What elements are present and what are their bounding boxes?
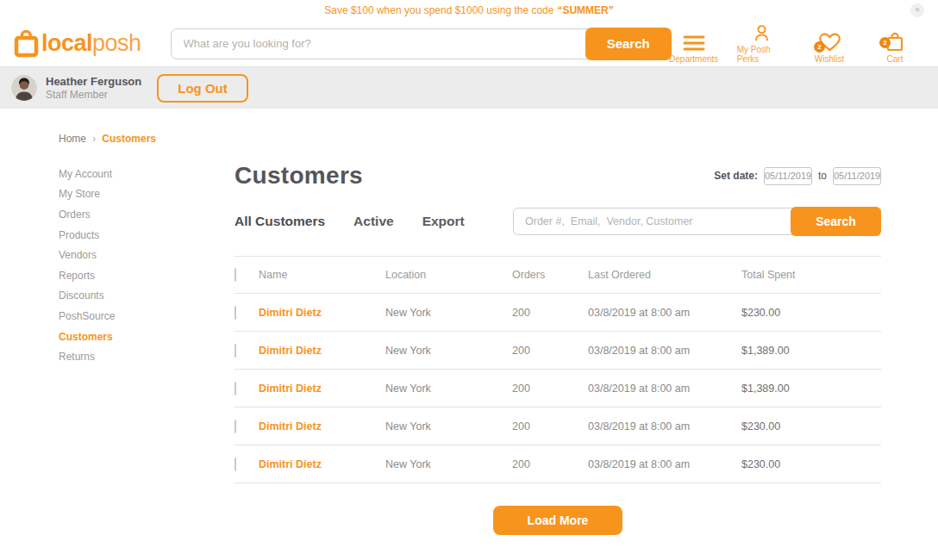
table-row: Dimitri Dietz New York 200 03/8/2019 at … [234, 294, 881, 332]
row-checkbox[interactable] [234, 420, 236, 433]
avatar [11, 75, 37, 101]
breadcrumb-current: Customers [102, 133, 156, 145]
banner-close-icon[interactable]: ✕ [910, 3, 924, 17]
customer-orders: 200 [512, 307, 588, 319]
customer-orders: 200 [512, 458, 588, 470]
person-icon [753, 24, 771, 42]
sidebar-item-my-account[interactable]: My Account [59, 164, 234, 184]
sidebar-item-products[interactable]: Products [59, 225, 234, 246]
tab-active[interactable]: Active [353, 214, 394, 229]
user-info: Heather Ferguson Staff Member [46, 75, 141, 101]
customer-location: New York [385, 458, 512, 470]
customer-last-ordered: 03/8/2019 at 8:00 am [588, 383, 741, 395]
main-panel: Customers Set date: to All Customers Act… [234, 155, 881, 535]
customer-last-ordered: 03/8/2019 at 8:00 am [588, 345, 741, 357]
col-header-orders: Orders [512, 269, 588, 281]
row-checkbox[interactable] [234, 344, 236, 358]
tab-all-customers[interactable]: All Customers [234, 214, 325, 229]
table-row: Dimitri Dietz New York 200 03/8/2019 at … [234, 332, 881, 370]
customer-total-spent: $230.00 [741, 420, 881, 432]
customer-tabs: All Customers Active Export [234, 214, 465, 229]
select-all-checkbox[interactable] [234, 268, 236, 282]
nav-my-posh-perks-label: My Posh Perks [737, 45, 786, 64]
user-name: Heather Ferguson [46, 75, 141, 88]
row-checkbox[interactable] [234, 382, 236, 395]
row-checkbox[interactable] [234, 457, 236, 471]
user-role: Staff Member [46, 89, 141, 101]
nav-departments[interactable]: Departments [672, 34, 716, 64]
table-row: Dimitri Dietz New York 200 03/8/2019 at … [234, 445, 881, 483]
sidebar-item-reports[interactable]: Reports [59, 265, 234, 286]
header-search: Search [171, 28, 672, 60]
promo-banner-text: Save $100 when you spend $1000 using the… [324, 4, 553, 16]
page-title: Customers [234, 162, 363, 190]
header-search-button[interactable]: Search [585, 28, 672, 60]
customer-location: New York [385, 420, 512, 432]
date-to-input[interactable] [833, 167, 881, 185]
header-search-input[interactable] [171, 28, 592, 59]
logout-button[interactable]: Log Out [157, 74, 247, 103]
nav-departments-label: Departments [669, 54, 718, 64]
customer-search-button[interactable]: Search [791, 207, 881, 236]
sidebar-item-returns[interactable]: Returns [59, 346, 234, 367]
customer-location: New York [385, 307, 512, 319]
customer-name-link[interactable]: Dimitri Dietz [259, 420, 385, 432]
header: localposh Search Departments [0, 21, 938, 67]
logo-text-light: posh [92, 30, 141, 56]
customer-last-ordered: 03/8/2019 at 8:00 am [588, 458, 741, 470]
sidebar: My Account My Store Orders Products Vend… [59, 155, 234, 535]
customer-location: New York [385, 383, 512, 395]
nav-my-posh-perks[interactable]: My Posh Perks [737, 24, 786, 64]
menu-icon [683, 34, 705, 52]
nav-wishlist-label: Wishlist [815, 54, 844, 64]
sidebar-item-discounts[interactable]: Discounts [59, 286, 234, 307]
customer-last-ordered: 03/8/2019 at 8:00 am [588, 307, 741, 319]
logo-text-bold: local [41, 30, 92, 56]
sidebar-item-vendors[interactable]: Vendors [59, 245, 234, 265]
customer-name-link[interactable]: Dimitri Dietz [259, 307, 385, 319]
col-header-location: Location [385, 269, 512, 281]
date-from-input[interactable] [764, 167, 812, 185]
customers-table: Name Location Orders Last Ordered Total … [234, 256, 881, 483]
chevron-right-icon: › [92, 132, 96, 145]
customer-search: Search [513, 207, 881, 236]
row-checkbox[interactable] [234, 306, 236, 320]
table-header-row: Name Location Orders Last Ordered Total … [234, 256, 881, 294]
shopping-bag-logo-icon [14, 29, 39, 58]
customer-total-spent: $1,389.00 [741, 383, 881, 395]
table-row: Dimitri Dietz New York 200 03/8/2019 at … [234, 370, 881, 408]
cart-badge: 2 [879, 37, 891, 48]
customer-location: New York [385, 345, 512, 357]
sidebar-item-customers[interactable]: Customers [59, 327, 234, 347]
wishlist-badge: 2 [814, 41, 825, 53]
customer-name-link[interactable]: Dimitri Dietz [259, 383, 385, 395]
customer-orders: 200 [512, 420, 588, 432]
promo-code: “SUMMER” [557, 4, 613, 16]
customer-search-input[interactable] [513, 208, 796, 235]
sidebar-item-poshsource[interactable]: PoshSource [59, 306, 234, 327]
user-bar: Heather Ferguson Staff Member Log Out [0, 67, 938, 109]
customer-total-spent: $230.00 [741, 307, 881, 319]
customer-last-ordered: 03/8/2019 at 8:00 am [588, 420, 741, 432]
customer-name-link[interactable]: Dimitri Dietz [259, 458, 385, 470]
logo[interactable]: localposh [14, 29, 141, 58]
table-row: Dimitri Dietz New York 200 03/8/2019 at … [234, 408, 881, 445]
sidebar-item-my-store[interactable]: My Store [59, 184, 234, 205]
content: Home › Customers My Account My Store Ord… [0, 109, 938, 535]
tab-export[interactable]: Export [422, 214, 465, 229]
sidebar-item-orders[interactable]: Orders [59, 204, 234, 225]
customer-total-spent: $1,389.00 [741, 345, 881, 357]
nav-cart[interactable]: 2 Cart [872, 32, 917, 64]
load-more-button[interactable]: Load More [493, 506, 623, 535]
customer-orders: 200 [512, 345, 588, 357]
header-nav: Departments My Posh Perks 2 Wishlist [672, 24, 924, 64]
breadcrumb-home-link[interactable]: Home [59, 133, 86, 145]
date-to-label: to [818, 170, 827, 182]
set-date-label: Set date: [714, 170, 758, 182]
promo-banner: Save $100 when you spend $1000 using the… [0, 0, 938, 21]
breadcrumb: Home › Customers [59, 132, 881, 145]
col-header-last-ordered: Last Ordered [588, 269, 741, 281]
nav-wishlist[interactable]: 2 Wishlist [807, 33, 852, 64]
col-header-name: Name [259, 269, 385, 281]
customer-name-link[interactable]: Dimitri Dietz [259, 345, 385, 357]
